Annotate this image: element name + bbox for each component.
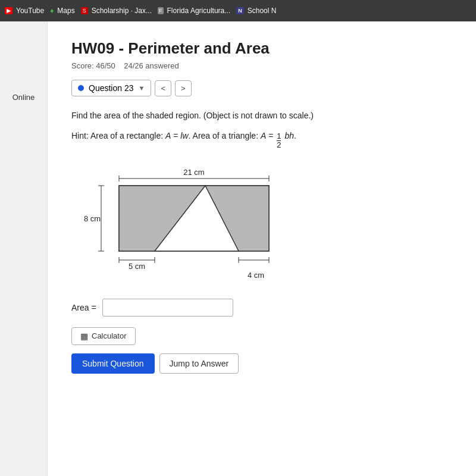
formula-lw: lw bbox=[180, 131, 188, 140]
calculator-icon: ▦ bbox=[80, 331, 88, 341]
base1-label: 5 cm bbox=[129, 262, 145, 271]
question-nav: Question 23 ▼ < > bbox=[71, 80, 452, 96]
height-label: 8 cm bbox=[84, 214, 101, 223]
score-info: Score: 46/50 24/26 answered bbox=[71, 61, 452, 70]
jump-to-answer-button[interactable]: Jump to Answer bbox=[159, 353, 239, 374]
school-tab[interactable]: N School N bbox=[236, 7, 276, 15]
question-selector[interactable]: Question 23 ▼ bbox=[71, 80, 151, 96]
diagram-svg: 21 cm 8 cm 5 cm 4 cm bbox=[83, 162, 286, 281]
diagram-container: 21 cm 8 cm 5 cm 4 cm bbox=[83, 162, 452, 281]
action-buttons: Submit Question Jump to Answer bbox=[71, 353, 452, 374]
browser-tab-bar: ▶ YouTube ♦ Maps S Scholarship · Jax... … bbox=[0, 0, 476, 21]
maps-tab[interactable]: ♦ Maps bbox=[50, 7, 74, 15]
page-title: HW09 - Perimeter and Area bbox=[71, 39, 452, 58]
calculator-label: Calculator bbox=[92, 331, 127, 340]
width-label: 21 cm bbox=[183, 168, 204, 177]
online-label: Online bbox=[12, 93, 35, 102]
question-label: Question 23 bbox=[89, 83, 134, 93]
calculator-button[interactable]: ▦ Calculator bbox=[71, 327, 136, 345]
scholarship-icon: S bbox=[81, 7, 88, 14]
youtube-tab-label: YouTube bbox=[16, 7, 44, 15]
formula-rectangle: A bbox=[165, 131, 171, 140]
base2-label: 4 cm bbox=[248, 271, 264, 280]
sidebar: Online bbox=[0, 21, 48, 476]
maps-tab-label: Maps bbox=[57, 7, 74, 15]
scholarship-tab-label: Scholarship · Jax... bbox=[92, 7, 152, 15]
submit-question-button[interactable]: Submit Question bbox=[71, 353, 155, 374]
answer-label: Area = bbox=[71, 303, 96, 312]
florida-icon: F bbox=[158, 7, 164, 14]
fraction: 1 2 bbox=[277, 132, 281, 150]
youtube-icon: ▶ bbox=[5, 7, 12, 14]
next-question-button[interactable]: > bbox=[175, 80, 192, 96]
question-text: Find the area of the shaded region. (Obj… bbox=[71, 111, 452, 120]
florida-tab-label: Florida Agricultura... bbox=[167, 7, 231, 15]
florida-tab[interactable]: F Florida Agricultura... bbox=[158, 7, 230, 15]
school-icon: N bbox=[236, 7, 244, 14]
answered: 24/26 answered bbox=[124, 61, 179, 70]
scholarship-tab[interactable]: S Scholarship · Jax... bbox=[81, 7, 152, 15]
youtube-tab[interactable]: ▶ YouTube bbox=[5, 7, 44, 15]
formula-triangle-a: A bbox=[261, 131, 266, 140]
answer-row: Area = bbox=[71, 299, 452, 317]
chevron-down-icon: ▼ bbox=[139, 84, 145, 92]
area-input[interactable] bbox=[102, 299, 233, 317]
prev-question-button[interactable]: < bbox=[155, 80, 171, 96]
main-content: HW09 - Perimeter and Area Score: 46/50 2… bbox=[48, 21, 476, 476]
formula-bh: bh bbox=[284, 131, 294, 140]
school-tab-label: School N bbox=[248, 7, 277, 15]
score: Score: 46/50 bbox=[71, 61, 115, 70]
hint-text: Hint: Area of a rectangle: A = lw. Area … bbox=[71, 129, 452, 150]
main-page: Online HW09 - Perimeter and Area Score: … bbox=[0, 21, 476, 476]
question-dot bbox=[78, 85, 84, 91]
maps-icon: ♦ bbox=[50, 7, 54, 15]
